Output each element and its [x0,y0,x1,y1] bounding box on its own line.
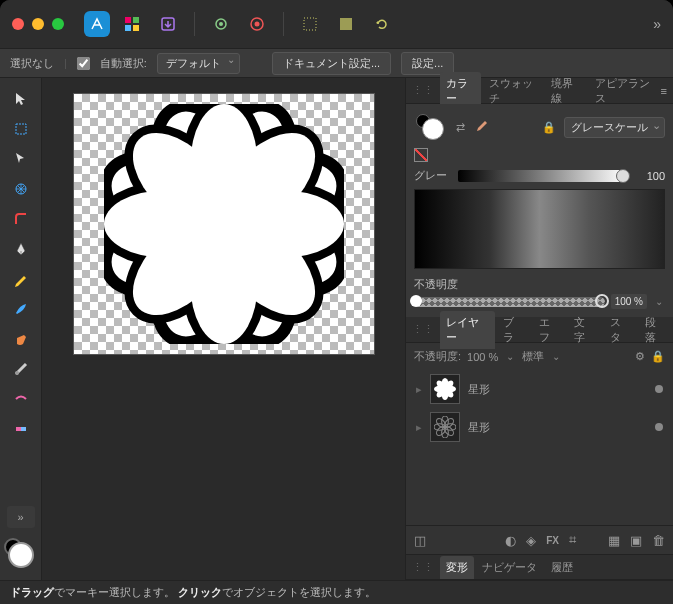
auto-select-checkbox[interactable] [77,57,90,70]
grey-slider[interactable] [458,170,625,182]
extra-tool-1[interactable] [7,386,35,412]
color-mode-dropdown[interactable]: グレースケール [564,117,665,138]
svg-rect-15 [16,427,21,431]
group-icon[interactable]: ▦ [608,533,620,548]
snapshot-icon[interactable] [243,10,271,38]
document-settings-button[interactable]: ドキュメント設定... [272,52,391,75]
svg-rect-0 [125,17,131,23]
auto-select-label: 自動選択: [100,56,147,71]
transparency-tool[interactable] [7,356,35,382]
canvas-area[interactable] [42,78,405,580]
layer-expand-icon[interactable]: ▸ [416,383,422,396]
layer-opacity-label: 不透明度: [414,349,461,364]
layer-row[interactable]: ▸ 星形 [414,370,665,408]
layer-row[interactable]: ▸ 星形 [414,408,665,446]
zoom-window[interactable] [52,18,64,30]
layer-name[interactable]: 星形 [468,420,647,435]
opacity-value[interactable]: 100 % [611,294,647,309]
pencil-tool[interactable] [7,266,35,292]
artboard-tool[interactable] [7,116,35,142]
delete-layer-icon[interactable]: 🗑 [652,533,665,548]
fx-icon[interactable]: FX [546,535,559,546]
blend-mode-dropdown[interactable]: 標準 [522,349,544,364]
close-window[interactable] [12,18,24,30]
panel-menu-icon[interactable]: ≡ [661,85,667,97]
shape-builder-tool[interactable] [7,176,35,202]
swap-colors-icon[interactable]: ⇄ [456,121,465,134]
node-tool[interactable] [7,146,35,172]
layer-expand-icon[interactable]: ▸ [416,421,422,434]
layer-opacity-stepper[interactable]: ⌄ [504,351,516,362]
minimize-window[interactable] [32,18,44,30]
studio-panels: ⋮⋮ カラー スウォッチ 境界線 アピアランス ≡ ⇄ 🔒 グレースケール [405,78,673,580]
app-icon [84,11,110,37]
grey-value: 100 [631,170,665,182]
transform-panel-tabs: ⋮⋮ 変形 ナビゲータ 履歴 [406,554,673,580]
svg-point-8 [255,22,260,27]
layer-visibility-dot[interactable] [655,423,663,431]
preferences-icon[interactable] [207,10,235,38]
grey-label: グレー [414,168,452,183]
svg-rect-3 [133,25,139,31]
svg-rect-11 [16,124,26,134]
status-hint: ドラッグでマーキー選択します。 クリックでオブジェクトを選択します。 [10,585,376,600]
auto-select-preset-dropdown[interactable]: デフォルト [157,53,240,74]
svg-point-13 [15,371,19,375]
layer-thumbnail [430,374,460,404]
snap-dots-icon[interactable] [296,10,324,38]
toolbar-overflow[interactable]: » [653,16,661,32]
layers-panel-tabs: ⋮⋮ レイヤー ブラ エフ 文字 スタ 段落 [406,317,673,343]
add-layer-icon[interactable]: ▣ [630,533,642,548]
opacity-label: 不透明度 [414,277,458,292]
flower-artwork[interactable] [74,94,374,354]
opacity-stepper[interactable]: ⌄ [653,296,665,307]
layer-thumbnail [430,412,460,442]
layer-toolbar: ◫ ◐ ◈ FX ⌗ ▦ ▣ 🗑 [406,525,673,554]
color-selector[interactable] [4,538,38,572]
svg-point-6 [219,22,223,26]
color-panel: ⇄ 🔒 グレースケール グレー 100 不透明度 [406,104,673,317]
tab-transform[interactable]: 変形 [440,556,474,579]
opacity-slider[interactable] [414,297,605,307]
corner-tool[interactable] [7,206,35,232]
pen-tool[interactable] [7,236,35,262]
layer-opacity-value[interactable]: 100 % [467,351,498,363]
document-canvas[interactable] [74,94,374,354]
crop-icon[interactable]: ⌗ [569,532,576,548]
color-preview[interactable] [414,189,665,269]
panel-handle-icon[interactable]: ⋮⋮ [412,323,434,336]
color-panel-tabs: ⋮⋮ カラー スウォッチ 境界線 アピアランス ≡ [406,78,673,104]
export-persona-icon[interactable] [154,10,182,38]
layer-lock-icon[interactable]: 🔒 [651,350,665,363]
live-filter-icon[interactable]: ◈ [526,533,536,548]
snap-grid-icon[interactable] [332,10,360,38]
snap-rotate-icon[interactable] [368,10,396,38]
window-controls [12,18,64,30]
vector-brush-tool[interactable] [7,296,35,322]
panel-handle-icon[interactable]: ⋮⋮ [412,84,434,97]
layers-panel: 不透明度: 100 % ⌄ 標準 ⌄ ⚙ 🔒 ▸ 星形 [406,343,673,452]
adjustment-icon[interactable]: ◐ [505,533,516,548]
persona-switch-icon[interactable] [118,10,146,38]
layer-options-gear-icon[interactable]: ⚙ [635,350,645,363]
tab-history[interactable]: 履歴 [545,556,579,579]
svg-rect-10 [340,18,352,30]
tools-panel: » [0,78,42,580]
status-bar: ドラッグでマーキー選択します。 クリックでオブジェクトを選択します。 [0,580,673,604]
tools-expander[interactable]: » [7,506,35,528]
fill-tool[interactable] [7,326,35,352]
no-selection-label: 選択なし [10,56,54,71]
layer-visibility-dot[interactable] [655,385,663,393]
mask-layer-icon[interactable]: ◫ [414,533,426,548]
layer-name[interactable]: 星形 [468,382,647,397]
svg-rect-2 [125,25,131,31]
extra-tool-2[interactable] [7,416,35,442]
fill-stroke-swatch[interactable] [414,112,448,142]
none-swatch[interactable] [414,148,428,162]
svg-rect-1 [133,17,139,23]
tab-navigator[interactable]: ナビゲータ [476,556,543,579]
move-tool[interactable] [7,86,35,112]
panel-handle-icon[interactable]: ⋮⋮ [412,561,434,574]
lock-icon[interactable]: 🔒 [542,121,556,134]
eyedropper-icon[interactable] [473,119,489,135]
